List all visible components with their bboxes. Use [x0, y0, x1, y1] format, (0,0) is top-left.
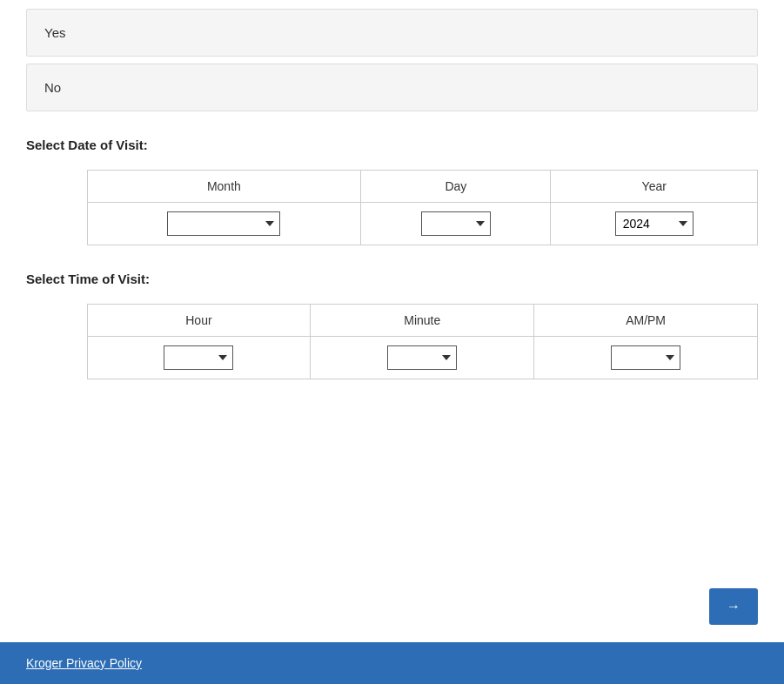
date-table: Month Day Year JanuaryFebruaryMarchApril…	[26, 170, 758, 245]
next-button[interactable]: →	[709, 588, 758, 625]
year-header: Year	[551, 171, 758, 203]
month-cell: JanuaryFebruaryMarchAprilMayJuneJulyAugu…	[87, 203, 361, 245]
minute-select[interactable]: 000510152025303540455055	[387, 345, 457, 370]
hour-cell: 123456789101112	[87, 337, 311, 379]
hour-header: Hour	[87, 305, 311, 337]
minute-cell: 000510152025303540455055	[311, 337, 534, 379]
year-cell: 20242023202220212020	[551, 203, 758, 245]
date-section-label: Select Date of Visit:	[26, 137, 758, 152]
no-option[interactable]: No	[26, 64, 758, 111]
ampm-cell: AMPM	[534, 337, 758, 379]
privacy-policy-text: Kroger Privacy Policy	[26, 656, 142, 670]
ampm-header: AM/PM	[534, 305, 758, 337]
next-button-label: →	[727, 599, 740, 614]
month-header: Month	[87, 171, 361, 203]
day-cell: 1234567891011121314151617181920212223242…	[361, 203, 551, 245]
ampm-select[interactable]: AMPM	[611, 345, 680, 370]
nav-row: →	[0, 580, 784, 642]
day-header: Day	[361, 171, 551, 203]
day-select[interactable]: 1234567891011121314151617181920212223242…	[421, 211, 491, 236]
year-select[interactable]: 20242023202220212020	[615, 211, 694, 236]
yes-label: Yes	[44, 25, 65, 40]
no-label: No	[44, 80, 61, 95]
time-table: Hour Minute AM/PM 123456789101112 000510…	[26, 304, 758, 379]
yes-option[interactable]: Yes	[26, 9, 758, 57]
privacy-policy-link[interactable]: Kroger Privacy Policy	[26, 656, 142, 670]
footer: Kroger Privacy Policy	[0, 642, 784, 684]
hour-select[interactable]: 123456789101112	[164, 345, 233, 370]
minute-header: Minute	[311, 305, 534, 337]
time-section-label: Select Time of Visit:	[26, 272, 758, 286]
month-select[interactable]: JanuaryFebruaryMarchAprilMayJuneJulyAugu…	[167, 211, 280, 236]
